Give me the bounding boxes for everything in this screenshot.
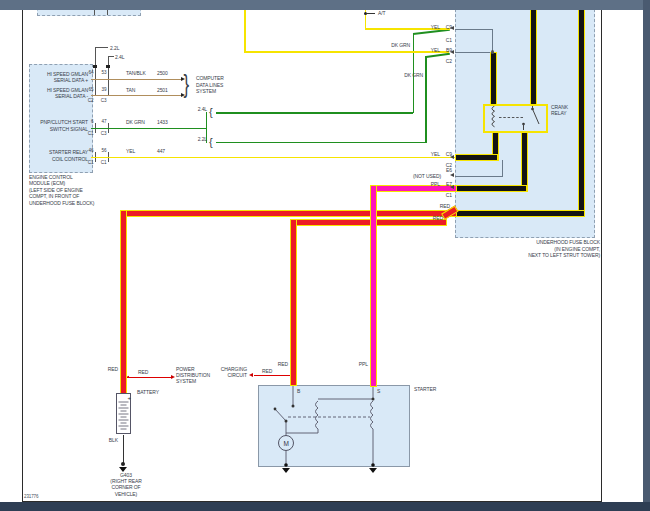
- fb-gray-c9-v: [492, 29, 493, 53]
- conn-c3-row2: C3: [97, 98, 107, 104]
- wire-yel-447: [91, 157, 457, 159]
- circuit-row2: 2501: [157, 87, 168, 93]
- fb-ylwblk-coil-feed: [490, 52, 497, 106]
- callout-22-label: 2.2L: [110, 45, 119, 51]
- fb-ylwblk-e7-h: [455, 185, 527, 192]
- cdl-label-1: COMPUTER: [196, 75, 224, 81]
- at-branch-dot: [364, 12, 367, 15]
- canvas-border-left: [22, 10, 23, 502]
- charging-label-1: CHARGING: [207, 366, 247, 372]
- pin-46: 46: [84, 148, 94, 154]
- chg-arrow: [249, 373, 253, 377]
- crank-relay-box: [483, 104, 548, 133]
- pin-column-2: [108, 67, 109, 96]
- pd-thin-red: [127, 377, 172, 378]
- starter-terminal-b: B: [297, 388, 300, 394]
- wire-red-charging-v: [290, 219, 297, 386]
- terminal-arrow-b9: [450, 50, 454, 54]
- fuse-block-caption-1: UNDERHOOD FUSE BLOCK: [440, 239, 600, 245]
- pd-arrow: [171, 375, 175, 379]
- ecm-caption-4: COMPT, IN FRONT OF: [29, 193, 79, 199]
- fb-ylwblk-c9low-h: [455, 154, 498, 161]
- wire-tanblk: [91, 79, 181, 80]
- fb-ylwblk-right: [578, 9, 585, 217]
- wire-label-red-batt: RED: [98, 366, 118, 372]
- pin-6: 6: [84, 119, 94, 125]
- battery-label: BATTERY: [137, 389, 159, 395]
- wire-dkgrn-22: [216, 142, 426, 144]
- ecm-signal-4b: COIL CONTROL: [31, 156, 88, 162]
- starter-internals: M: [258, 385, 410, 467]
- fuse-block-caption-3: NEXT TO LEFT STRUT TOWER): [440, 252, 600, 258]
- cdl-label-2: DATA LINES: [196, 82, 223, 88]
- diagram-number: 231776: [24, 494, 38, 500]
- terminal-arrow-c9top: [450, 26, 454, 30]
- pin-56: 56: [97, 148, 107, 154]
- arrow-row2: [181, 93, 185, 97]
- conn-c1-row3: C1: [84, 131, 94, 137]
- wire-label-ppl: PPL: [348, 361, 368, 367]
- fb-ylwblk-red-h: [455, 210, 585, 217]
- fb-gray-e6-v: [502, 160, 503, 176]
- arrow-row1: [181, 77, 185, 81]
- top-chrome-bar: [0, 0, 650, 10]
- circuit-row1: 2500: [157, 70, 168, 76]
- fb-gray-e6: [455, 176, 503, 177]
- wire-label-dkgrn-2: DK GRN: [398, 72, 423, 78]
- diagram-viewer: { "window": { "diagram_number": "231776"…: [0, 0, 650, 511]
- wire-label-red-lower: RED: [423, 215, 443, 221]
- fb-ylwblk-switch-feed: [530, 9, 537, 106]
- ecm-caption-5: UNDERHOOD FUSE BLOCK): [29, 200, 94, 206]
- connector-square-2: [106, 65, 110, 68]
- ecm-caption-2: MODULE (ECM): [29, 180, 65, 186]
- term-e7-wire: PPL: [420, 181, 440, 187]
- ground-arrow-starter-motor: [282, 468, 290, 473]
- term-e6-id: E6: [443, 167, 452, 173]
- crank-relay-label-2: RELAY: [551, 110, 567, 116]
- term-b9-wire: YEL: [420, 47, 440, 53]
- branch-22-label: 2.2L: [190, 136, 207, 142]
- term-c9top-wire: YEL: [420, 24, 440, 30]
- brace-24: {: [209, 107, 213, 118]
- circuit-row3: 1433: [157, 119, 168, 125]
- chg-thin-red: [254, 375, 291, 376]
- wire-label-blk: BLK: [100, 437, 118, 443]
- term-b9-conn: C2: [443, 58, 452, 64]
- term-c9top-conn: C1: [443, 37, 452, 43]
- starter-label: STARTER: [414, 386, 436, 392]
- callout-22-v: [95, 47, 96, 65]
- wire-label-red-chg-vert: RED: [268, 361, 288, 367]
- cdl-label-3: SYSTEM: [196, 88, 216, 94]
- pin-65: 65: [84, 87, 94, 93]
- at-label: A/T: [378, 10, 385, 16]
- brace-22: {: [209, 137, 213, 148]
- wire-yel-top1-h: [244, 51, 449, 53]
- wire-color-row4: YEL: [126, 148, 135, 154]
- right-chrome-strip: [643, 0, 650, 511]
- circuit-row4: 447: [157, 148, 165, 154]
- wire-label-dkgrn-1: DK GRN: [385, 42, 410, 48]
- wire-yel-top1-v: [244, 8, 246, 53]
- fb-junction-dot: [491, 50, 495, 54]
- pd-system-3: SYSTEM: [176, 378, 196, 384]
- ecm-signal-3a: PNP/CLUTCH START: [31, 119, 88, 125]
- at-branch-line: [367, 13, 375, 14]
- g403-caption-1: G403: [96, 472, 156, 478]
- wire-color-row2: TAN: [126, 87, 135, 93]
- crank-relay-label-1: CRANK: [551, 104, 568, 110]
- ecm-signal-3b: SWITCH SIGNAL: [31, 126, 88, 132]
- wire-label-red-upper: RED: [430, 203, 450, 209]
- conn-c3-row3: C3: [97, 131, 107, 137]
- callout-22-h: [95, 47, 108, 48]
- g403-caption-3: CORNER OF: [96, 484, 156, 490]
- conn-c2-row2: C2: [84, 98, 94, 104]
- wire-dkgrn-22-v: [425, 56, 427, 143]
- ecm-caption-3: (LEFT SIDE OF ENGINE: [29, 187, 83, 193]
- pin-64: 64: [84, 70, 94, 76]
- fb-gray-c9: [455, 29, 493, 30]
- battery-symbol: +: [113, 391, 135, 437]
- wire-tan: [91, 95, 181, 96]
- bottom-chrome-bar: [0, 502, 650, 511]
- wire-ppl-v: [370, 185, 377, 387]
- svg-text:M: M: [283, 440, 288, 447]
